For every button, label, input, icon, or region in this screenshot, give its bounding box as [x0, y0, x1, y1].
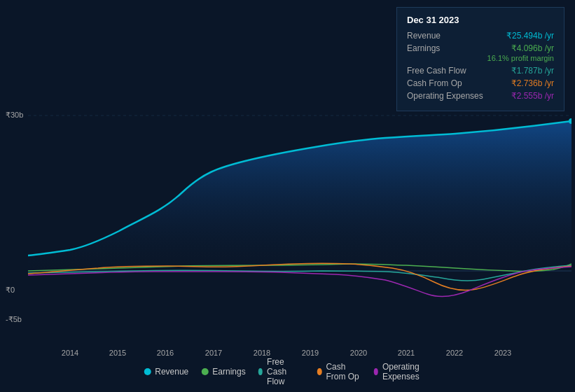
- legend-earnings: Earnings: [201, 367, 245, 377]
- tooltip-row-fcf: Free Cash Flow ₹1.787b /yr: [407, 66, 554, 76]
- x-label-2018: 2018: [254, 349, 270, 357]
- opex-label: Operating Expenses: [407, 91, 483, 101]
- earnings-label: Earnings: [407, 43, 440, 53]
- x-label-2017: 2017: [205, 349, 222, 357]
- x-label-2015: 2015: [109, 349, 126, 357]
- revenue-area: [28, 121, 571, 271]
- legend-fcf: Free Cash Flow: [258, 357, 305, 386]
- legend-revenue: Revenue: [144, 367, 188, 377]
- x-label-2014: 2014: [62, 349, 78, 357]
- tooltip-row-earnings: Earnings ₹4.096b /yr 16.1% profit margin: [407, 43, 554, 63]
- legend-label-cashop: Cash From Op: [326, 362, 361, 382]
- chart-legend: Revenue Earnings Free Cash Flow Cash Fro…: [144, 357, 431, 386]
- cashop-value: ₹2.736b /yr: [511, 78, 554, 88]
- legend-dot-opex: [374, 368, 378, 375]
- chart-svg: [28, 108, 571, 326]
- legend-label-fcf: Free Cash Flow: [267, 357, 305, 386]
- chart-tooltip: Dec 31 2023 Revenue ₹25.494b /yr Earning…: [396, 7, 564, 111]
- cashop-label: Cash From Op: [407, 78, 462, 88]
- x-label-2020: 2020: [350, 349, 367, 357]
- legend-label-revenue: Revenue: [155, 367, 188, 377]
- revenue-value: ₹25.494b /yr: [506, 31, 554, 41]
- fcf-value: ₹1.787b /yr: [511, 66, 554, 76]
- legend-dot-fcf: [258, 368, 263, 375]
- y-label-bottom: -₹5b: [6, 315, 22, 324]
- y-label-top: ₹30b: [6, 111, 23, 120]
- earnings-value: ₹4.096b /yr: [511, 43, 554, 53]
- legend-dot-earnings: [201, 368, 208, 375]
- tooltip-row-revenue: Revenue ₹25.494b /yr: [407, 31, 554, 41]
- x-label-2016: 2016: [157, 349, 174, 357]
- legend-dot-revenue: [144, 368, 151, 375]
- legend-label-earnings: Earnings: [212, 367, 245, 377]
- tooltip-row-cashop: Cash From Op ₹2.736b /yr: [407, 78, 554, 88]
- x-label-2019: 2019: [302, 349, 319, 357]
- x-label-2023: 2023: [494, 349, 511, 357]
- x-label-2022: 2022: [446, 349, 463, 357]
- legend-label-opex: Operating Expenses: [382, 362, 431, 382]
- tooltip-title: Dec 31 2023: [407, 15, 554, 25]
- revenue-label: Revenue: [407, 31, 441, 41]
- y-label-mid: ₹0: [6, 286, 15, 295]
- fcf-label: Free Cash Flow: [407, 66, 466, 76]
- legend-opex: Operating Expenses: [374, 362, 431, 382]
- x-label-2021: 2021: [398, 349, 415, 357]
- legend-cashop: Cash From Op: [317, 362, 361, 382]
- opex-value: ₹2.555b /yr: [511, 91, 554, 101]
- tooltip-row-opex: Operating Expenses ₹2.555b /yr: [407, 91, 554, 101]
- legend-dot-cashop: [317, 368, 321, 375]
- profit-margin-value: 16.1% profit margin: [487, 54, 554, 62]
